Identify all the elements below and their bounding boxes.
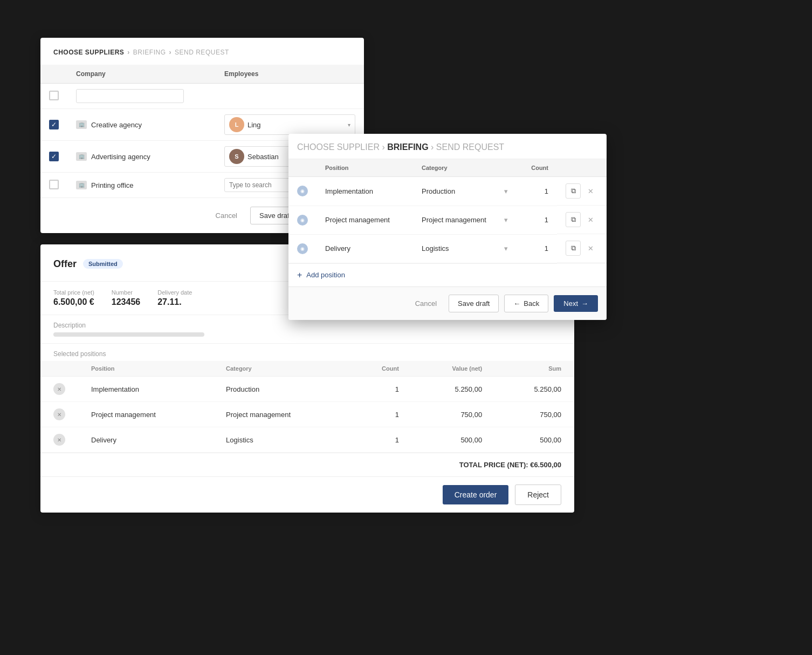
- count-value: 1: [517, 206, 557, 234]
- add-position-button[interactable]: + Add position: [288, 263, 607, 286]
- count-value: 1: [348, 427, 412, 453]
- briefing-table: Position Category Count ◉ Implementation…: [288, 159, 607, 263]
- dropdown-arrow-icon: ▾: [504, 244, 508, 253]
- value-net: 750,00: [412, 402, 495, 427]
- col-category: Category: [213, 361, 348, 377]
- breadcrumb-step2: BRIEFING: [387, 142, 428, 152]
- table-row: ◉ Delivery Logistics ▾ 1 ⧉ ✕: [288, 234, 607, 263]
- description-bar: [53, 332, 204, 337]
- col-count: Count: [348, 361, 412, 377]
- category-name: Production: [213, 377, 348, 402]
- company-search-input[interactable]: [76, 89, 184, 103]
- position-icon: ◉: [297, 186, 308, 196]
- positions-table: Position Category Count Value (net) Sum …: [40, 361, 574, 453]
- delivery-label: Delivery date: [157, 289, 192, 296]
- offer-actions: Create order Reject: [40, 476, 574, 513]
- table-row: ◉ Implementation Production ▾ 1 ⧉ ✕: [288, 177, 607, 206]
- breadcrumb-sep1: ›: [382, 142, 384, 152]
- dropdown-arrow-icon: ▾: [504, 187, 508, 195]
- plus-icon: +: [297, 270, 302, 280]
- category-select[interactable]: Logistics ▾: [422, 244, 508, 253]
- position-icon: ◉: [297, 215, 308, 226]
- company-icon: 🏢: [76, 181, 87, 189]
- avatar: S: [229, 149, 244, 164]
- reject-button[interactable]: Reject: [515, 485, 561, 505]
- count-value: 1: [517, 234, 557, 263]
- col-company: Company: [67, 65, 216, 84]
- company-name: Advertising agency: [91, 153, 150, 161]
- copy-button[interactable]: ⧉: [566, 212, 581, 227]
- avatar: L: [229, 117, 244, 132]
- employee-selector[interactable]: L Ling ▾: [224, 114, 355, 135]
- save-draft-button[interactable]: Save draft: [449, 295, 499, 312]
- col-employees: Employees: [216, 65, 364, 84]
- status-badge: Submitted: [83, 259, 123, 269]
- col-count: Count: [517, 159, 557, 177]
- meta-total-price: Total price (net) 6.500,00 €: [53, 289, 94, 307]
- header-checkbox[interactable]: [49, 91, 59, 100]
- category-name: Project management: [213, 402, 348, 427]
- position-icon: ◉: [297, 243, 308, 254]
- table-row: [40, 84, 364, 109]
- total-price-value: 6.500,00 €: [53, 297, 94, 307]
- row1-checkbox[interactable]: ✓: [49, 120, 59, 129]
- next-button[interactable]: Next →: [554, 295, 598, 312]
- company-icon: 🏢: [76, 120, 87, 129]
- number-label: Number: [112, 289, 140, 296]
- sum-value: 750,00: [495, 402, 574, 427]
- meta-delivery: Delivery date 27.11.: [157, 289, 192, 307]
- remove-button[interactable]: ✕: [583, 183, 598, 199]
- cancel-button[interactable]: Cancel: [409, 295, 443, 312]
- arrow-right-icon: →: [581, 299, 588, 308]
- breadcrumb-step2: BRIEFING: [133, 49, 166, 56]
- total-price-label: Total price (net): [53, 289, 94, 296]
- col-position: Position: [78, 361, 213, 377]
- position-name: Implementation: [316, 177, 413, 206]
- breadcrumb-step3: SEND REQUEST: [436, 142, 504, 152]
- position-name: Delivery: [78, 427, 213, 453]
- employee-name: Ling: [247, 121, 261, 129]
- breadcrumb-step1: CHOOSE SUPPLIER: [297, 142, 380, 152]
- col-value: Value (net): [412, 361, 495, 377]
- arrow-left-icon: ←: [513, 299, 520, 308]
- count-value: 1: [348, 402, 412, 427]
- remove-button[interactable]: ✕: [583, 212, 598, 227]
- col-sum: Sum: [495, 361, 574, 377]
- position-name: Implementation: [78, 377, 213, 402]
- add-position-label: Add position: [306, 271, 345, 279]
- number-value: 123456: [112, 297, 140, 307]
- cancel-button[interactable]: Cancel: [209, 207, 244, 224]
- category-name: Logistics: [213, 427, 348, 453]
- breadcrumb-sep2: ›: [431, 142, 433, 152]
- remove-button[interactable]: ✕: [583, 241, 598, 256]
- dropdown-arrow-icon: ▾: [504, 216, 508, 224]
- create-order-button[interactable]: Create order: [443, 485, 509, 504]
- breadcrumb-suppliers: CHOOSE SUPPLIERS › BRIEFING › SEND REQUE…: [40, 38, 364, 65]
- breadcrumb-briefing: CHOOSE SUPPLIER › BRIEFING › SEND REQUES…: [288, 134, 607, 159]
- dropdown-arrow-icon: ▾: [348, 122, 350, 128]
- position-name: Project management: [316, 206, 413, 234]
- table-row: ✕ Delivery Logistics 1 500,00 500,00: [40, 427, 574, 453]
- card-briefing: CHOOSE SUPPLIER › BRIEFING › SEND REQUES…: [288, 134, 607, 320]
- row2-checkbox[interactable]: ✓: [49, 152, 59, 161]
- copy-button[interactable]: ⧉: [566, 183, 581, 199]
- offer-title: Offer: [53, 258, 77, 270]
- breadcrumb-sep2: ›: [169, 49, 172, 56]
- table-row: ◉ Project management Project management …: [288, 206, 607, 234]
- row-icon: ✕: [53, 383, 65, 395]
- description-label: Description: [53, 322, 86, 329]
- row3-checkbox[interactable]: [49, 180, 59, 189]
- company-name: Printing office: [91, 181, 134, 189]
- back-button[interactable]: ← Back: [504, 295, 548, 312]
- category-select[interactable]: Project management ▾: [422, 216, 508, 224]
- total-price-net: TOTAL PRICE (NET): €6.500,00: [40, 453, 574, 476]
- position-name: Delivery: [316, 234, 413, 263]
- company-icon: 🏢: [76, 152, 87, 161]
- sum-value: 500,00: [495, 427, 574, 453]
- employee-name: Sebastian: [247, 153, 279, 161]
- copy-button[interactable]: ⧉: [566, 241, 581, 256]
- breadcrumb-step3: SEND REQUEST: [175, 49, 229, 56]
- col-category: Category: [413, 159, 517, 177]
- category-select[interactable]: Production ▾: [422, 187, 508, 195]
- count-value: 1: [517, 177, 557, 206]
